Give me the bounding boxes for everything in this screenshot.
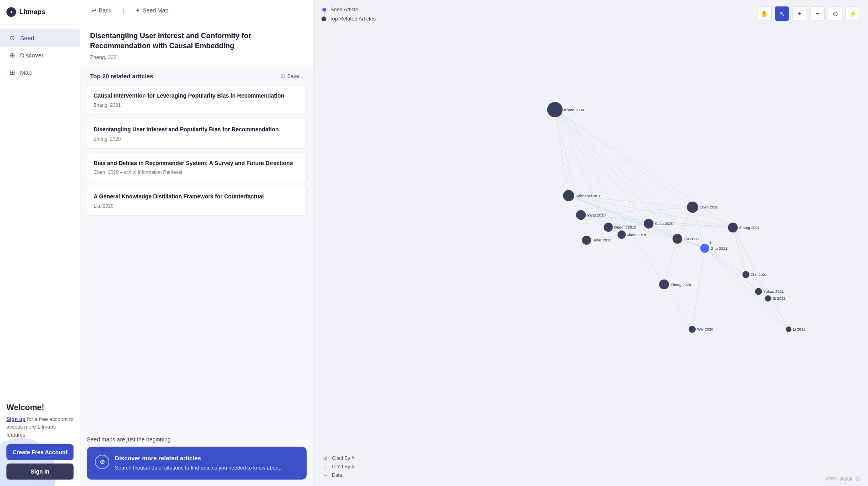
vertical-arrow-icon: ↕ [321, 464, 329, 470]
related-title: Top 20 related articles [90, 73, 153, 80]
svg-point-51 [617, 231, 626, 239]
legend-seed-item: Seed Article [321, 6, 376, 12]
article-card-meta-0: Zhang, 2021 [94, 102, 300, 108]
legend-related-item: Top Related Articles [321, 16, 376, 22]
svg-point-65 [755, 288, 762, 295]
logo-icon: ✦ [6, 7, 16, 17]
create-account-button[interactable]: Create Free Account [6, 444, 74, 460]
save-button[interactable]: ⊡ Save... [280, 73, 303, 79]
center-button[interactable]: ⊙ [828, 6, 842, 21]
article-header: Disentangling User Interest and Conformi… [80, 21, 313, 67]
article-author: Zheng, 2021 [90, 54, 303, 60]
svg-line-27 [692, 207, 705, 248]
svg-line-34 [705, 248, 789, 329]
seed-map-button[interactable]: ✦ Seed Map [132, 6, 172, 15]
sidebar-item-discover[interactable]: ⊕ Discover [0, 47, 80, 64]
sidebar: ✦ Litmaps ⊙ Seed ⊕ Discover ⊞ Map Welcom… [0, 0, 80, 486]
sign-in-button[interactable]: Sign In [6, 464, 74, 480]
lightning-button[interactable]: ⚡ [845, 6, 860, 21]
promo-content-title: Discover more related articles [115, 455, 281, 461]
article-card-2[interactable]: Bias and Debias in Recommender System: A… [87, 153, 307, 182]
svg-line-0 [555, 110, 569, 196]
promo-label: Seed maps are just the beginning... [87, 436, 307, 443]
promo-content-text: Search thousands of citations to find ar… [115, 464, 281, 472]
svg-point-57 [673, 234, 682, 243]
article-card-meta-2: Chen, 2020 – arXiv: Information Retrieva… [94, 169, 300, 175]
middle-content: Disentangling User Interest and Conformi… [80, 21, 313, 486]
welcome-title: Welcome! [6, 403, 74, 412]
promo-section: Seed maps are just the beginning... ⊕ Di… [80, 430, 313, 486]
svg-point-47 [582, 236, 591, 245]
app-logo: ✦ Litmaps [0, 0, 80, 25]
svg-line-25 [692, 207, 733, 228]
map-svg: Koren 2009Schnabel 2016Yang 2018Dupont 2… [313, 0, 868, 486]
svg-text:Wei 2020: Wei 2020 [697, 327, 713, 331]
seed-icon: ⊙ [8, 34, 16, 42]
svg-text:Yukun 2021: Yukun 2021 [764, 289, 784, 294]
svg-line-37 [733, 228, 768, 298]
svg-text:Saito 2020: Saito 2020 [655, 221, 674, 226]
seed-dot [321, 7, 327, 12]
svg-line-4 [555, 110, 692, 207]
sidebar-item-seed[interactable]: ⊙ Seed [0, 29, 80, 47]
svg-line-35 [664, 284, 692, 329]
hand-tool-button[interactable]: ✋ [757, 6, 772, 21]
article-card-1[interactable]: Disentangling User Interest and Populari… [87, 119, 307, 149]
app-name: Litmaps [19, 8, 45, 16]
map-bottom-legend: ⊘ Cited By # ↕ Cited By # ↔ Date [321, 455, 354, 478]
seed-map-label: Seed Map [143, 7, 168, 14]
back-button[interactable]: ↩ Back [88, 6, 115, 15]
svg-point-45 [604, 223, 613, 232]
article-card-3[interactable]: A General Knowledge Distillation Framewo… [87, 186, 307, 216]
svg-point-61 [659, 280, 669, 289]
svg-line-33 [692, 248, 704, 329]
svg-point-55 [728, 223, 738, 232]
top-related-label: Top Related Articles [330, 16, 376, 22]
back-icon: ↩ [92, 7, 96, 14]
circle-icon: ⊘ [321, 455, 329, 461]
svg-point-39 [547, 102, 563, 117]
article-card-title-1: Disentangling User Interest and Populari… [94, 126, 300, 134]
discover-icon: ⊕ [8, 51, 16, 59]
zoom-in-button[interactable]: + [792, 6, 807, 21]
middle-panel: ↩ Back | ✦ Seed Map Disentangling User I… [80, 0, 313, 486]
svg-line-38 [733, 228, 789, 329]
article-card-0[interactable]: Causal Intervention for Leveraging Popul… [87, 85, 307, 115]
svg-line-29 [664, 239, 678, 285]
sidebar-nav: ⊙ Seed ⊕ Discover ⊞ Map [0, 25, 80, 396]
svg-point-63 [742, 271, 749, 278]
svg-point-69 [689, 326, 696, 333]
svg-text:Zhang 2021: Zhang 2021 [739, 225, 760, 230]
welcome-text: Sign up for a free account to access mor… [6, 415, 74, 439]
legend-cited-y-label: Cited By # [332, 464, 354, 470]
article-card-title-2: Bias and Debias in Recommender System: A… [94, 159, 300, 167]
svg-text:Koren 2009: Koren 2009 [564, 108, 584, 112]
svg-text:Dupont 2018: Dupont 2018 [614, 225, 637, 229]
zoom-out-button[interactable]: − [810, 6, 825, 21]
legend-date-label: Date [332, 472, 342, 478]
article-title: Disentangling User Interest and Conformi… [90, 31, 303, 51]
toolbar-separator: | [123, 7, 124, 14]
svg-point-71 [786, 327, 792, 332]
select-tool-button[interactable]: ↖ [775, 6, 789, 21]
related-header: Top 20 related articles ⊡ Save... [80, 67, 313, 85]
map-panel[interactable]: Seed Article Top Related Articles ✋ ↖ + … [313, 0, 868, 486]
map-icon: ⊞ [8, 69, 16, 76]
signup-link[interactable]: Sign up [6, 416, 26, 422]
seed-article-label: Seed Article [330, 6, 358, 12]
svg-text:Li 2022: Li 2022 [793, 327, 805, 331]
sidebar-item-map[interactable]: ⊞ Map [0, 64, 80, 81]
seed-map-icon: ✦ [135, 7, 140, 14]
svg-point-67 [765, 295, 771, 302]
promo-card[interactable]: ⊕ Discover more related articles Search … [87, 447, 307, 480]
article-card-title-0: Causal Intervention for Leveraging Popul… [94, 92, 300, 100]
article-card-meta-3: Liu, 2020 [94, 203, 300, 209]
legend-date-x: ↔ Date [321, 472, 354, 478]
svg-text:Zheng 2020: Zheng 2020 [670, 282, 691, 287]
back-label: Back [99, 7, 111, 14]
svg-text:Yang 2018: Yang 2018 [587, 213, 606, 217]
promo-content: Discover more related articles Search th… [115, 455, 281, 472]
article-card-meta-1: Zheng, 2020 [94, 136, 300, 142]
svg-text:Si 2022: Si 2022 [772, 296, 786, 300]
toolbar: ↩ Back | ✦ Seed Map [80, 0, 313, 21]
